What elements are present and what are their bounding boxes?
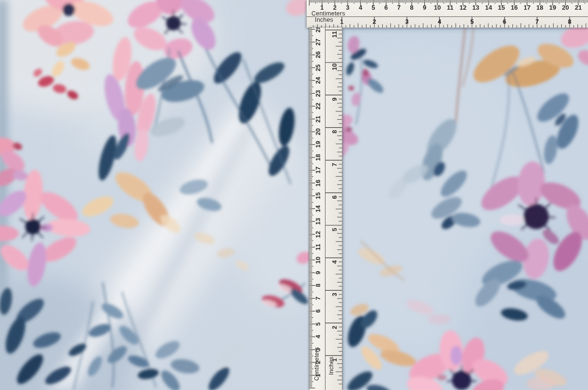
- inch-number: 7: [535, 18, 539, 25]
- cm-number: 10: [434, 4, 441, 11]
- cm-number: 15: [315, 192, 321, 199]
- cm-number: 4: [359, 4, 362, 11]
- cm-number: 3: [346, 4, 349, 11]
- cm-number: 8: [315, 284, 321, 287]
- inch-number: 9: [331, 98, 338, 101]
- vertical-ruler-divider: [325, 28, 325, 390]
- fabric-photo-draped: [0, 0, 309, 390]
- inch-number: 11: [331, 31, 338, 38]
- inch-number: 2: [372, 18, 376, 25]
- cm-number: 21: [575, 4, 582, 11]
- cm-number: 22: [315, 103, 321, 109]
- horizontal-ruler-divider: [307, 16, 588, 17]
- cm-number: 16: [511, 4, 517, 11]
- inch-number: 8: [331, 130, 338, 134]
- horizontal-ruler: Centimeters Inches 123456789101112131415…: [306, 0, 588, 28]
- cm-number: 19: [549, 4, 556, 11]
- cm-number: 17: [524, 4, 530, 11]
- cm-number: 9: [315, 271, 321, 274]
- cm-number: 10: [315, 256, 321, 263]
- vertical-ruler: Centimeters Inches 123456789101112131415…: [309, 28, 342, 390]
- horizontal-cm-label: Centimeters: [311, 11, 345, 17]
- cm-number: 12: [315, 231, 321, 237]
- fabric-listing-photo: Centimeters Inches 123456789101112131415…: [0, 0, 588, 390]
- cm-number: 1: [320, 4, 324, 11]
- inch-number: 3: [331, 293, 338, 296]
- cm-number: 14: [315, 205, 321, 212]
- inch-number: 4: [438, 18, 441, 25]
- cm-number: 8: [410, 4, 413, 11]
- cm-number: 1: [315, 374, 321, 377]
- cm-number: 20: [315, 128, 321, 135]
- inch-number: 1: [340, 18, 343, 25]
- cm-number: 7: [397, 4, 401, 11]
- cm-number: 7: [315, 296, 321, 300]
- inch-number: 5: [331, 228, 338, 231]
- cm-number: 20: [562, 4, 569, 11]
- inch-number: 10: [331, 63, 338, 70]
- cm-number: 24: [315, 77, 321, 84]
- cm-number: 21: [315, 115, 321, 122]
- cm-number: 11: [315, 244, 321, 250]
- inch-number: 5: [470, 18, 474, 25]
- cm-number: 3: [315, 348, 321, 351]
- inch-number: 2: [331, 326, 338, 329]
- inch-number: 7: [331, 163, 338, 166]
- cm-number: 9: [423, 4, 426, 11]
- cm-number: 11: [447, 4, 454, 11]
- cm-number: 14: [485, 4, 492, 11]
- cm-number: 27: [315, 39, 321, 46]
- horizontal-inch-label: Inches: [315, 17, 333, 23]
- inch-number: 6: [503, 18, 506, 25]
- cm-number: 17: [315, 167, 321, 173]
- cm-number: 6: [315, 310, 321, 313]
- cm-number: 18: [536, 4, 543, 11]
- cm-number: 19: [315, 141, 321, 148]
- cm-number: 12: [460, 4, 466, 11]
- inch-number: 3: [405, 18, 408, 25]
- cm-number: 26: [315, 51, 321, 58]
- cm-number: 13: [315, 218, 321, 225]
- cm-number: 16: [315, 180, 321, 187]
- cm-number: 2: [333, 4, 337, 11]
- inch-number: 4: [331, 261, 338, 264]
- cm-number: 2: [315, 360, 321, 364]
- cm-number: 23: [315, 90, 321, 96]
- cm-number: 5: [315, 322, 321, 326]
- cm-number: 25: [315, 64, 321, 71]
- cm-number: 4: [315, 335, 321, 339]
- cm-number: 6: [385, 4, 388, 11]
- fabric-photo-flat: [341, 28, 588, 390]
- cm-number: 13: [472, 4, 479, 11]
- cm-number: 5: [371, 4, 375, 11]
- cm-number: 28: [315, 28, 321, 33]
- inch-number: 8: [568, 18, 571, 25]
- inch-number: 6: [331, 195, 338, 199]
- cm-number: 15: [498, 4, 505, 11]
- cm-number: 18: [315, 154, 321, 161]
- inch-number: 1: [331, 358, 338, 361]
